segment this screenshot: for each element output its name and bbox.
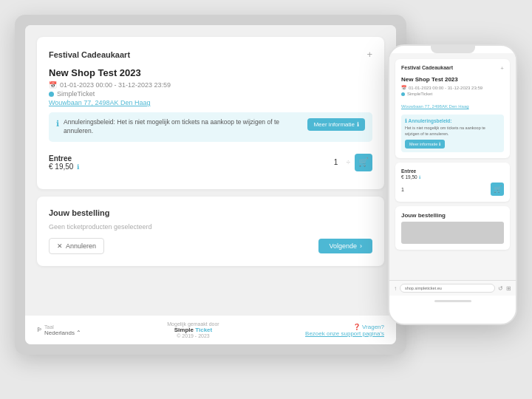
phone-reload-icon[interactable]: ↺ bbox=[498, 285, 503, 292]
alert-box: ℹ Annuleringsbeleid: Het is niet mogelij… bbox=[49, 112, 372, 142]
phone-event-title: New Shop Test 2023 bbox=[401, 76, 504, 83]
festival-card-plus[interactable]: + bbox=[366, 49, 372, 60]
laptop-device: Festival Cadeaukaart + New Shop Test 202… bbox=[15, 15, 406, 355]
ticket-price: € 19,50 ℹ bbox=[49, 163, 79, 171]
add-to-cart-button[interactable]: 🛒 bbox=[355, 154, 372, 171]
phone-organizer-meta: SimpleTicket bbox=[401, 92, 504, 96]
info-circle-icon: ℹ bbox=[357, 121, 359, 128]
card-header: Festival Cadeaukaart + bbox=[49, 49, 372, 60]
brand-simple: Simple bbox=[174, 327, 194, 333]
event-title: New Shop Test 2023 bbox=[49, 67, 372, 78]
footer-bar: 🏳 Taal Nederlands ⌃ Mogelijk gemaakt doo… bbox=[25, 315, 396, 344]
phone-ticket-price: € 19,50 ℹ bbox=[401, 174, 504, 180]
lang-value: Nederlands bbox=[44, 330, 75, 336]
cancel-icon: ✕ bbox=[57, 242, 63, 250]
event-organizer-meta: SimpleTicket bbox=[49, 90, 372, 98]
phone-screen: Festival Cadeaukaart + New Shop Test 202… bbox=[389, 53, 516, 306]
festival-card: Festival Cadeaukaart + New Shop Test 202… bbox=[37, 37, 384, 189]
qty-separator: ÷ bbox=[347, 158, 351, 166]
footer-language[interactable]: 🏳 Taal Nederlands ⌃ bbox=[37, 324, 81, 336]
phone-date-meta: 📅 01-01-2023 00:00 - 31-12-2023 23:59 bbox=[401, 85, 504, 90]
support-label: Vragen? bbox=[362, 324, 384, 330]
action-row: ✕ Annuleren Volgende › bbox=[49, 238, 372, 254]
copyright-text: © 2019 - 2023 bbox=[167, 333, 219, 338]
phone-calendar-icon: 📅 bbox=[401, 85, 406, 90]
alert-icon: ℹ bbox=[56, 119, 59, 129]
phone-meer-informatie-button[interactable]: Meer informatie ℹ bbox=[405, 140, 445, 149]
scene: Festival Cadeaukaart + New Shop Test 202… bbox=[15, 15, 517, 384]
phone-share-icon[interactable]: ↑ bbox=[394, 285, 397, 292]
phone-notch bbox=[431, 46, 475, 53]
phone-add-to-cart-button[interactable]: 🛒 bbox=[491, 183, 504, 196]
meer-informatie-button[interactable]: Meer informatie ℹ bbox=[307, 118, 365, 131]
ticket-quantity: 1 bbox=[330, 158, 342, 166]
phone-device: Festival Cadeaukaart + New Shop Test 202… bbox=[388, 44, 517, 325]
phone-alert-text: Het is niet mogelijk om tickets na aanko… bbox=[405, 126, 500, 137]
ticket-info-icon[interactable]: ℹ bbox=[77, 163, 79, 171]
lang-label: Taal bbox=[44, 324, 81, 330]
next-button[interactable]: Volgende › bbox=[318, 239, 372, 253]
phone-event-date: 01-01-2023 00:00 - 31-12-2023 23:59 bbox=[409, 86, 482, 90]
phone-tabs-icon[interactable]: ⊞ bbox=[506, 285, 511, 292]
event-address-link[interactable]: Wouwbaan 77, 2498AK Den Haag bbox=[49, 99, 372, 106]
phone-url-bar[interactable]: shop.simpleticket.eu bbox=[400, 284, 495, 293]
ticket-info: Entree € 19,50 ℹ bbox=[49, 154, 79, 171]
footer-support: ❓ Vragen? Bezoek onze support pagina's bbox=[305, 324, 384, 337]
event-date: 01-01-2023 00:00 - 31-12-2023 23:59 bbox=[60, 81, 171, 89]
phone-home-bar bbox=[389, 296, 516, 306]
calendar-icon: 📅 bbox=[49, 81, 57, 89]
phone-alert-title: ℹ Annuleringsbeleid: bbox=[405, 118, 500, 124]
phone-home-indicator bbox=[434, 300, 471, 302]
alert-text: Annuleringsbeleid: Het is niet mogelijk … bbox=[64, 118, 303, 136]
phone-browser-bar: ↑ shop.simpleticket.eu ↺ ⊞ bbox=[389, 280, 516, 296]
flag-icon: 🏳 bbox=[37, 327, 43, 333]
phone-plus[interactable]: + bbox=[500, 65, 504, 72]
cancel-button[interactable]: ✕ Annuleren bbox=[49, 238, 104, 254]
footer-brand: Mogelijk gemaakt door Simple Ticket © 20… bbox=[167, 321, 219, 338]
made-by-text: Mogelijk gemaakt door bbox=[167, 321, 219, 327]
question-icon: ❓ bbox=[353, 324, 361, 330]
phone-info-icon: ℹ bbox=[439, 142, 440, 146]
phone-ticket-name: Entree bbox=[401, 168, 504, 174]
phone-festival-title: Festival Cadeaukaart bbox=[401, 65, 453, 72]
ticket-name: Entree bbox=[49, 154, 79, 163]
phone-order-card: Jouw bestelling bbox=[395, 206, 510, 250]
event-date-meta: 📅 01-01-2023 00:00 - 31-12-2023 23:59 bbox=[49, 81, 372, 89]
phone-card-header: Festival Cadeaukaart + bbox=[401, 65, 504, 72]
phone-festival-card: Festival Cadeaukaart + New Shop Test 202… bbox=[395, 59, 510, 158]
chevron-up-icon: ⌃ bbox=[76, 330, 81, 336]
order-title: Jouw bestelling bbox=[49, 208, 372, 217]
event-organizer: SimpleTicket bbox=[57, 90, 95, 98]
phone-content: Festival Cadeaukaart + New Shop Test 202… bbox=[389, 53, 516, 280]
ticket-controls: 1 ÷ 🛒 bbox=[330, 154, 373, 171]
brand-ticket: Ticket bbox=[195, 327, 212, 333]
location-dot bbox=[49, 92, 54, 97]
support-link[interactable]: Bezoek onze support pagina's bbox=[305, 330, 384, 337]
order-card: Jouw bestelling Geen ticketproducten ges… bbox=[37, 197, 384, 266]
phone-ticket-info-icon[interactable]: ℹ bbox=[419, 175, 420, 180]
phone-order-content bbox=[401, 222, 504, 244]
laptop-screen: Festival Cadeaukaart + New Shop Test 202… bbox=[25, 25, 396, 344]
order-empty-text: Geen ticketproducten geselecteerd bbox=[49, 223, 372, 231]
phone-address-link[interactable]: Wouwbaan 77, 2498AK Den Haag bbox=[401, 104, 469, 109]
phone-qty-row: 1 🛒 bbox=[401, 183, 504, 196]
ticket-row: Entree € 19,50 ℹ 1 ÷ 🛒 bbox=[49, 148, 372, 177]
phone-order-title: Jouw bestelling bbox=[401, 212, 504, 219]
phone-ticket-card: Entree € 19,50 ℹ 1 🛒 bbox=[395, 163, 510, 202]
chevron-right-icon: › bbox=[360, 242, 362, 250]
phone-ticket-qty: 1 bbox=[401, 187, 404, 192]
laptop-content: Festival Cadeaukaart + New Shop Test 202… bbox=[25, 25, 396, 315]
phone-organizer: SimpleTicket bbox=[407, 92, 432, 96]
festival-card-title: Festival Cadeaukaart bbox=[49, 50, 130, 59]
phone-alert-box: ℹ Annuleringsbeleid: Het is niet mogelij… bbox=[401, 115, 504, 152]
phone-location-dot bbox=[401, 92, 405, 96]
